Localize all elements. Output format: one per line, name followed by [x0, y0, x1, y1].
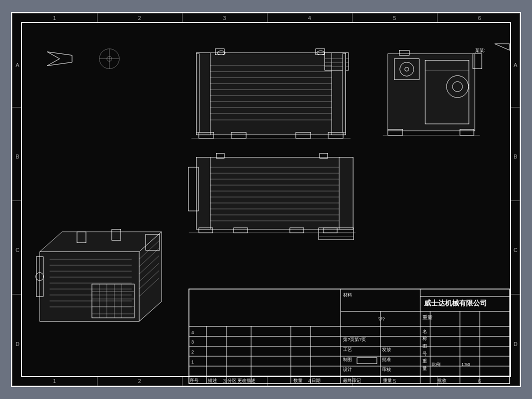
svg-text:审核: 审核	[382, 367, 391, 372]
svg-text:2: 2	[192, 350, 194, 354]
svg-rect-62	[339, 157, 353, 229]
svg-text:最终审记: 最终审记	[343, 378, 361, 383]
svg-rect-50	[196, 157, 353, 229]
svg-text:量: 量	[422, 366, 427, 371]
svg-rect-32	[196, 54, 200, 132]
svg-text:4: 4	[192, 330, 194, 335]
svg-text:设计: 设计	[343, 367, 352, 372]
svg-text:描述: 描述	[208, 378, 217, 383]
svg-text:号: 号	[422, 351, 427, 356]
svg-text:1: 1	[192, 360, 194, 364]
svg-rect-67	[318, 228, 354, 240]
svg-text:重量: 重量	[422, 314, 432, 320]
svg-text:重: 重	[422, 358, 427, 364]
svg-text:工艺: 工艺	[343, 347, 352, 352]
technical-drawing: .draw { stroke: #ffffff; stroke-width: 1…	[12, 13, 520, 386]
svg-text:批收: 批收	[438, 378, 446, 383]
svg-text:日期: 日期	[312, 378, 320, 383]
drawing-sheet: 1 2 3 4 5 6 1 2 3 4 5 6 A B C D A B C D …	[11, 12, 521, 387]
svg-text:第?页第?页: 第?页第?页	[343, 337, 366, 342]
svg-text:材料: 材料	[342, 292, 352, 298]
svg-text:发放: 发放	[382, 347, 391, 352]
svg-text:序号: 序号	[190, 378, 198, 383]
svg-text:威士达机械有限公司: 威士达机械有限公司	[424, 299, 487, 307]
svg-text:批准: 批准	[382, 357, 391, 362]
svg-marker-7	[495, 44, 510, 50]
svg-text:制图: 制图	[343, 357, 352, 362]
svg-text:重量: 重量	[383, 378, 392, 383]
svg-rect-152	[357, 358, 377, 364]
svg-marker-76	[40, 252, 139, 321]
svg-rect-33	[342, 54, 346, 132]
svg-text:数量: 数量	[294, 378, 302, 383]
svg-text:某某:: 某某:	[475, 48, 485, 53]
svg-text:比例: 比例	[432, 362, 440, 367]
svg-text:名: 名	[422, 329, 427, 334]
svg-text:3: 3	[192, 340, 194, 344]
svg-text:更改描述: 更改描述	[238, 378, 256, 383]
svg-text:图: 图	[422, 344, 427, 348]
svg-text:1:50: 1:50	[462, 362, 470, 367]
svg-text:分区: 分区	[228, 378, 236, 383]
svg-text:称: 称	[422, 336, 427, 341]
svg-text:?/?: ?/?	[378, 316, 385, 322]
